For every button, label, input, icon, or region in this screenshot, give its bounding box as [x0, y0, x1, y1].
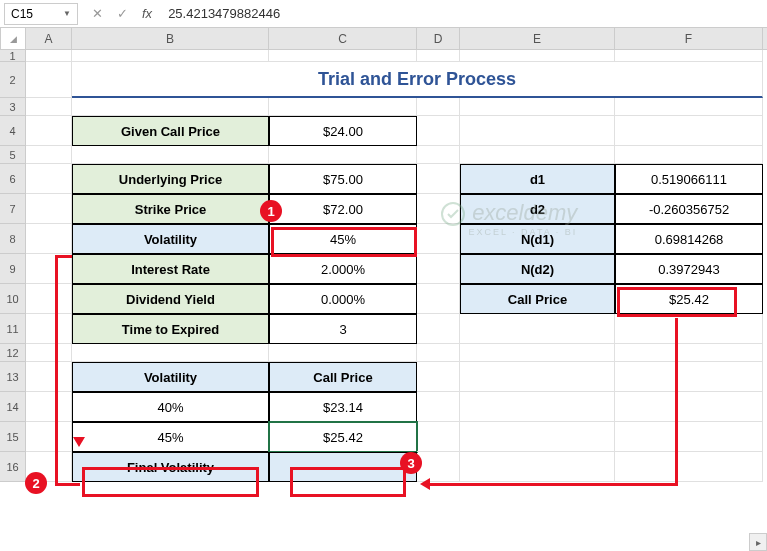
cell[interactable]: [615, 98, 763, 116]
row-header[interactable]: 14: [0, 392, 26, 422]
row-header[interactable]: 2: [0, 62, 26, 98]
value-given-call-price[interactable]: $24.00: [269, 116, 417, 146]
cell[interactable]: [26, 362, 72, 392]
trial-volatility-1[interactable]: 40%: [72, 392, 269, 422]
label-call-price-output[interactable]: Call Price: [460, 284, 615, 314]
cell[interactable]: [615, 314, 763, 344]
row-header[interactable]: 15: [0, 422, 26, 452]
cell[interactable]: [72, 146, 269, 164]
cell[interactable]: [26, 422, 72, 452]
row-header[interactable]: 3: [0, 98, 26, 116]
cell[interactable]: [615, 146, 763, 164]
trial-callprice-1[interactable]: $23.14: [269, 392, 417, 422]
label-nd2[interactable]: N(d2): [460, 254, 615, 284]
value-underlying-price[interactable]: $75.00: [269, 164, 417, 194]
cell-final-volatility-value[interactable]: [269, 452, 417, 482]
cell[interactable]: [615, 422, 763, 452]
col-header[interactable]: E: [460, 28, 615, 49]
label-time-to-expired[interactable]: Time to Expired: [72, 314, 269, 344]
label-dividend-yield[interactable]: Dividend Yield: [72, 284, 269, 314]
cell[interactable]: [417, 254, 460, 284]
label-d1[interactable]: d1: [460, 164, 615, 194]
value-interest-rate[interactable]: 2.000%: [269, 254, 417, 284]
row-header[interactable]: 11: [0, 314, 26, 344]
cell[interactable]: [417, 50, 460, 62]
cell[interactable]: [417, 392, 460, 422]
row-header[interactable]: 4: [0, 116, 26, 146]
trial-volatility-2[interactable]: 45%: [72, 422, 269, 452]
value-dividend-yield[interactable]: 0.000%: [269, 284, 417, 314]
cell[interactable]: [615, 362, 763, 392]
cell[interactable]: [417, 344, 460, 362]
value-d1[interactable]: 0.519066111: [615, 164, 763, 194]
cell[interactable]: [26, 116, 72, 146]
cell[interactable]: [417, 362, 460, 392]
cell[interactable]: [26, 146, 72, 164]
label-strike-price[interactable]: Strike Price: [72, 194, 269, 224]
cell[interactable]: [460, 362, 615, 392]
cell[interactable]: [269, 146, 417, 164]
cell[interactable]: [26, 344, 72, 362]
cell[interactable]: [26, 314, 72, 344]
cell[interactable]: [417, 314, 460, 344]
cell[interactable]: [72, 344, 269, 362]
label-underlying-price[interactable]: Underlying Price: [72, 164, 269, 194]
row-header[interactable]: 7: [0, 194, 26, 224]
cell[interactable]: [26, 98, 72, 116]
row-header[interactable]: 1: [0, 50, 26, 62]
value-nd2[interactable]: 0.3972943: [615, 254, 763, 284]
cell[interactable]: [460, 146, 615, 164]
cell[interactable]: [417, 284, 460, 314]
cell[interactable]: [26, 194, 72, 224]
col-header[interactable]: C: [269, 28, 417, 49]
cell[interactable]: [460, 116, 615, 146]
value-call-price-output[interactable]: $25.42: [615, 284, 763, 314]
label-given-call-price[interactable]: Given Call Price: [72, 116, 269, 146]
cell[interactable]: [615, 344, 763, 362]
row-header[interactable]: 9: [0, 254, 26, 284]
cell[interactable]: [460, 344, 615, 362]
cell[interactable]: [615, 392, 763, 422]
cell[interactable]: [26, 392, 72, 422]
cell[interactable]: [615, 452, 763, 482]
cell[interactable]: [26, 254, 72, 284]
cell[interactable]: [460, 314, 615, 344]
chevron-down-icon[interactable]: ▼: [63, 9, 71, 18]
label-d2[interactable]: d2: [460, 194, 615, 224]
cell[interactable]: [460, 50, 615, 62]
value-d2[interactable]: -0.260356752: [615, 194, 763, 224]
cell[interactable]: [460, 392, 615, 422]
cell[interactable]: [460, 422, 615, 452]
cell[interactable]: [26, 50, 72, 62]
col-header[interactable]: A: [26, 28, 72, 49]
label-final-volatility[interactable]: Final Volatility: [72, 452, 269, 482]
value-volatility-input[interactable]: 45%: [269, 224, 417, 254]
cell[interactable]: [417, 98, 460, 116]
value-strike-price[interactable]: $72.00: [269, 194, 417, 224]
cell[interactable]: [269, 344, 417, 362]
fx-icon[interactable]: fx: [142, 6, 152, 21]
label-interest-rate[interactable]: Interest Rate: [72, 254, 269, 284]
cell[interactable]: [460, 98, 615, 116]
cell[interactable]: [26, 164, 72, 194]
accept-icon[interactable]: ✓: [117, 6, 128, 21]
cell[interactable]: [72, 98, 269, 116]
cell[interactable]: [269, 98, 417, 116]
row-header[interactable]: 5: [0, 146, 26, 164]
cell[interactable]: [615, 50, 763, 62]
cell[interactable]: [615, 116, 763, 146]
value-nd1[interactable]: 0.69814268: [615, 224, 763, 254]
col-header[interactable]: D: [417, 28, 460, 49]
cell[interactable]: [417, 422, 460, 452]
cell[interactable]: [417, 146, 460, 164]
row-header[interactable]: 12: [0, 344, 26, 362]
row-header[interactable]: 8: [0, 224, 26, 254]
value-time-to-expired[interactable]: 3: [269, 314, 417, 344]
select-all-triangle[interactable]: ◢: [0, 28, 26, 49]
trial-callprice-2-selected[interactable]: $25.42: [269, 422, 417, 452]
cell[interactable]: [26, 224, 72, 254]
cell[interactable]: [460, 452, 615, 482]
cell[interactable]: [269, 50, 417, 62]
cell[interactable]: [26, 62, 72, 98]
cell[interactable]: [417, 116, 460, 146]
